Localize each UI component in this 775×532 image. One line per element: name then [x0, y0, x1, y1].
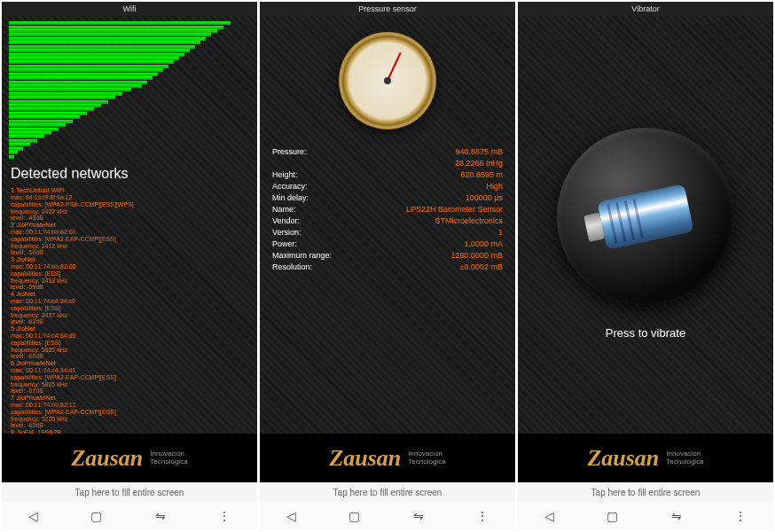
network-detail: capabilities: [WPA2-EAP-CCMP][ESS]: [11, 374, 248, 381]
pressure-label: Accuracy:: [272, 182, 308, 191]
network-detail: frequency: 5805 kHz: [11, 347, 248, 354]
network-item[interactable]: 6 JioPrivateNetmac: 00:11:74:c4:34:d1cap…: [11, 360, 248, 395]
network-detail: mac: 00:11:74:bb:82:11: [11, 402, 248, 409]
pressure-row: Version:1: [272, 226, 503, 238]
pressure-row: Vendor:STMicroelectronics: [272, 215, 503, 226]
pressure-row: Height:620.6595 m: [272, 168, 503, 180]
home-icon[interactable]: ▢: [90, 509, 102, 523]
network-detail: mac: 00:11:74:bb:82:01: [11, 229, 248, 236]
pressure-row: Maximum range:1260.0000 mB: [272, 249, 503, 261]
pressure-label: Name:: [272, 205, 296, 214]
pressure-value: 1.0000 mA: [464, 239, 503, 248]
network-detail: capabilities: [ESS]: [11, 340, 248, 347]
pressure-readings: Pressure:940.8875 mB28.2266 InHgHeight:6…: [260, 137, 515, 281]
pressure-gauge-icon: [339, 32, 436, 129]
network-detail: capabilities: [ESS]: [11, 270, 248, 278]
network-detail: mac: 00:11:74:bb:82:00: [11, 263, 248, 270]
home-icon[interactable]: ▢: [348, 509, 360, 523]
pressure-row: Power:1.0000 mA: [272, 238, 503, 249]
logo-text: Zausan: [329, 445, 401, 472]
network-name: 8 JioFi4_199A2B: [11, 429, 248, 434]
network-detail: mac: 00:11:74:c4:34:c0: [11, 298, 248, 305]
home-icon[interactable]: ▢: [607, 509, 618, 523]
tap-to-fill[interactable]: Tap here to fill entire screen: [518, 482, 773, 502]
network-item[interactable]: 4 JioNetmac: 00:11:74:c4:34:c0capabiliti…: [11, 291, 248, 325]
network-detail: capabilities: [ESS]: [11, 305, 248, 312]
pressure-value: 620.6595 m: [460, 170, 503, 179]
wifi-screen: Wifi Detected networks 1 TechUntold WiFi…: [2, 2, 257, 530]
more-icon[interactable]: ⋮: [476, 509, 489, 523]
network-detail: level: -62dB: [11, 318, 248, 325]
network-detail: level: -43dB: [11, 215, 248, 222]
network-item[interactable]: 5 JioNetmac: 00:11:74:c4:34:d0capabiliti…: [11, 325, 248, 360]
wifi-title: Wifi: [2, 2, 257, 16]
motor-icon: [597, 184, 693, 250]
network-detail: capabilities: [WPA2-PSK-CCMP][ESS][WPS]: [11, 201, 248, 208]
network-detail: frequency: 2422 kHz: [11, 208, 248, 215]
network-item[interactable]: 3 JioNetmac: 00:11:74:bb:82:00capabiliti…: [11, 256, 248, 291]
detected-networks-heading: Detected networks: [2, 162, 257, 185]
network-list[interactable]: 1 TechUntold WiFimac: 84:16:f9:8f:6a:12c…: [2, 185, 257, 434]
network-detail: mac: 00:11:74:c4:34:d1: [11, 367, 248, 374]
network-detail: level: -56dB: [11, 249, 248, 256]
network-item[interactable]: 7 JioPrivateNetmac: 00:11:74:bb:82:11cap…: [11, 395, 248, 429]
tap-to-fill[interactable]: Tap here to fill entire screen: [260, 482, 515, 502]
footer-logo: Zausan Innovación Tecnológica: [518, 434, 773, 482]
pressure-label: Pressure:: [272, 147, 307, 156]
wifi-content: Detected networks 1 TechUntold WiFimac: …: [2, 16, 257, 434]
recent-icon[interactable]: ⇋: [413, 509, 424, 523]
pressure-label: Power:: [272, 239, 297, 248]
vibrator-content: Press to vibrate: [518, 16, 773, 434]
vibrator-title: Vibrator: [518, 2, 773, 16]
footer-logo: Zausan Innovación Tecnológica: [2, 434, 257, 482]
network-name: 5 JioNet: [11, 325, 248, 332]
pressure-value: LPS22H Barometer Sensor: [406, 205, 503, 214]
network-item[interactable]: 2 JioPrivateNetmac: 00:11:74:bb:82:01cap…: [11, 222, 248, 256]
network-detail: mac: 84:16:f9:8f:6a:12: [11, 194, 248, 201]
pressure-screen: Pressure sensor Pressure:940.8875 mB28.2…: [260, 2, 515, 530]
pressure-label: Resolution:: [272, 262, 312, 271]
pressure-row: Resolution:±0.0002 mB: [272, 261, 503, 272]
more-icon[interactable]: ⋮: [218, 509, 231, 523]
back-icon[interactable]: ◁: [286, 509, 296, 523]
vibrate-button[interactable]: [557, 128, 734, 305]
pressure-label: Min delay:: [272, 193, 309, 202]
logo-text: Zausan: [71, 445, 143, 472]
pressure-label: Vendor:: [272, 216, 300, 225]
pressure-value: ±0.0002 mB: [460, 262, 503, 271]
signal-bar: [9, 155, 14, 159]
logo-text: Zausan: [587, 445, 659, 472]
back-icon[interactable]: ◁: [28, 509, 38, 523]
tap-to-fill[interactable]: Tap here to fill entire screen: [2, 482, 257, 502]
network-item[interactable]: 1 TechUntold WiFimac: 84:16:f9:8f:6a:12c…: [11, 187, 248, 222]
network-name: 6 JioPrivateNet: [11, 360, 248, 367]
pressure-content: Pressure:940.8875 mB28.2266 InHgHeight:6…: [260, 16, 515, 434]
recent-icon[interactable]: ⇋: [155, 509, 166, 523]
network-detail: level: -67dB: [11, 387, 248, 395]
network-name: 1 TechUntold WiFi: [11, 187, 248, 194]
network-name: 4 JioNet: [11, 291, 248, 298]
nav-bar: ◁ ▢ ⇋ ⋮: [518, 502, 773, 530]
pressure-label: Height:: [272, 170, 298, 179]
vibrate-label: Press to vibrate: [606, 326, 685, 340]
nav-bar: ◁ ▢ ⇋ ⋮: [260, 502, 515, 530]
pressure-value: 28.2266 InHg: [455, 159, 503, 168]
footer-logo: Zausan Innovación Tecnológica: [260, 434, 515, 482]
more-icon[interactable]: ⋮: [734, 509, 747, 523]
network-name: 3 JioNet: [11, 256, 248, 263]
network-detail: level: -66dB: [11, 353, 248, 360]
nav-bar: ◁ ▢ ⇋ ⋮: [2, 502, 257, 530]
pressure-row: Name:LPS22H Barometer Sensor: [272, 203, 503, 215]
network-item[interactable]: 8 JioFi4_199A2B: [11, 429, 248, 434]
network-detail: frequency: 5220 kHz: [11, 416, 248, 423]
pressure-row: 28.2266 InHg: [272, 157, 503, 168]
network-detail: frequency: 2437 kHz: [11, 312, 248, 319]
pressure-row: Pressure:940.8875 mB: [272, 145, 503, 157]
wifi-signal-chart: [2, 16, 257, 162]
pressure-value: 1260.0000 mB: [450, 251, 503, 260]
back-icon[interactable]: ◁: [544, 509, 554, 523]
recent-icon[interactable]: ⇋: [671, 509, 682, 523]
pressure-value: 940.8875 mB: [455, 147, 503, 156]
pressure-label: Version:: [272, 228, 301, 237]
network-detail: frequency: 5805 kHz: [11, 381, 248, 388]
